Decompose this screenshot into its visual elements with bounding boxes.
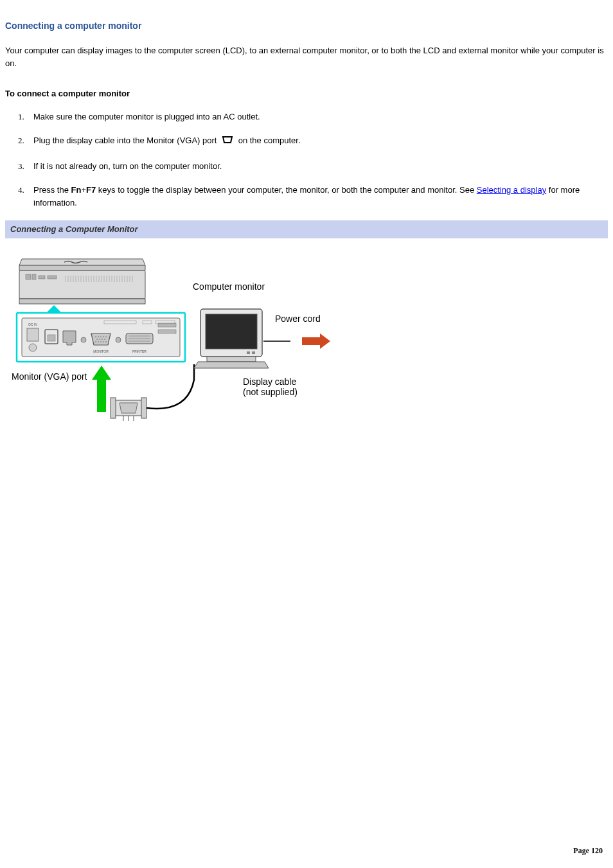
svg-point-56 [116,337,121,342]
f7-key: F7 [86,185,96,195]
svg-point-54 [105,341,107,342]
step-4: Press the Fn+F7 keys to toggle the displ… [18,184,608,209]
section-subheading: To connect a computer monitor [5,87,608,100]
svg-text:DC IN: DC IN [28,323,37,326]
svg-rect-76 [207,357,256,362]
step-3: If it is not already on, turn on the com… [18,160,608,173]
svg-rect-77 [247,351,250,354]
svg-point-52 [100,341,102,342]
back-panel-detail: DC IN MONITOR P [22,318,180,357]
step-2-text-b: on the computer. [238,136,301,145]
power-cord-label: Power cord [275,314,321,324]
svg-rect-4 [48,276,57,279]
step-3-text: If it is not already on, turn on the com… [33,161,222,171]
svg-text:MONITOR: MONITOR [93,350,109,353]
step-1: Make sure the computer monitor is plugge… [18,111,608,123]
svg-rect-63 [158,330,176,333]
svg-point-47 [99,339,100,340]
svg-text:PRINTER: PRINTER [132,350,147,353]
svg-rect-70 [141,398,147,418]
svg-rect-2 [32,274,36,279]
svg-rect-79 [302,337,320,345]
plus-sign: + [81,185,86,195]
svg-point-50 [95,341,96,342]
page-heading: Connecting a computer monitor [5,19,608,33]
fn-key: Fn [71,185,82,195]
intro-paragraph: Your computer can display images to the … [5,44,608,69]
svg-rect-75 [206,314,257,349]
svg-point-51 [98,341,99,342]
monitor-label: Computer monitor [193,281,265,292]
svg-point-42 [98,336,99,337]
step-4-text-a: Press the [33,185,71,195]
display-cable-label-2: (not supplied) [243,387,298,397]
svg-rect-32 [19,299,145,304]
svg-rect-3 [39,276,45,279]
svg-rect-1 [26,274,31,279]
arrow-right-icon [302,333,330,349]
svg-point-41 [95,336,96,337]
svg-point-43 [100,336,102,337]
arrow-up-icon [92,366,111,412]
step-4-text-b: keys to toggle the display between your … [96,185,477,195]
svg-rect-35 [27,328,39,341]
step-2-text-a: Plug the display cable into the Monitor … [33,136,219,145]
vga-plug-icon [111,398,147,421]
step-1-text: Make sure the computer monitor is plugge… [33,112,260,121]
svg-point-49 [104,339,105,340]
connection-diagram: DC IN MONITOR P [8,251,608,448]
svg-rect-0 [19,270,145,299]
svg-point-45 [105,336,107,337]
svg-rect-69 [111,398,116,418]
figure-title: Connecting a Computer Monitor [5,220,608,238]
vga-port-label: Monitor (VGA) port [12,371,87,382]
svg-point-46 [96,339,98,340]
svg-point-36 [29,344,37,351]
selecting-display-link[interactable]: Selecting a display [477,185,546,195]
display-cable-label-1: Display cable [243,376,296,387]
steps-list: Make sure the computer monitor is plugge… [18,111,608,209]
svg-rect-67 [97,380,106,412]
svg-point-44 [103,336,104,337]
step-2: Plug the display cable into the Monitor … [18,134,608,148]
svg-point-53 [103,341,104,342]
svg-rect-39 [48,335,55,341]
page-number: Page 120 [573,845,603,856]
vga-port-icon [220,134,235,148]
svg-point-40 [81,337,86,342]
laptop-icon [19,259,145,304]
monitor-icon: Computer monitor [193,281,269,368]
svg-point-48 [102,339,103,340]
svg-rect-78 [252,351,255,354]
